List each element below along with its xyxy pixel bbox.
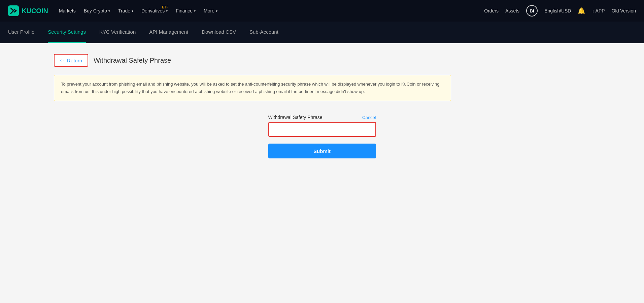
derivatives-chevron: ▾ xyxy=(166,9,168,13)
form-field-wrapper: Withdrawal Safety Phrase Cancel xyxy=(268,115,376,137)
subnav-security-settings[interactable]: Security Settings xyxy=(48,22,86,43)
arrow-left-icon: ⇦ xyxy=(60,57,64,63)
nav-markets[interactable]: Markets xyxy=(59,8,76,13)
user-avatar[interactable]: BI xyxy=(526,5,538,17)
cancel-link[interactable]: Cancel xyxy=(362,115,376,120)
kucoin-logo-icon xyxy=(8,5,19,16)
nav-left: KUCOIN Markets Buy Crypto ▾ Trade ▾ ETF … xyxy=(8,5,217,16)
nav-app[interactable]: ↓ APP xyxy=(592,8,605,13)
nav-right: Orders Assets BI English/USD 🔔 ↓ APP Old… xyxy=(484,5,636,17)
nav-assets[interactable]: Assets xyxy=(505,8,519,13)
submit-button[interactable]: Submit xyxy=(268,144,376,158)
form-area: Withdrawal Safety Phrase Cancel Submit xyxy=(54,115,590,158)
nav-trade[interactable]: Trade ▾ xyxy=(118,8,133,13)
notice-box: To prevent your account from phishing em… xyxy=(54,75,451,101)
finance-chevron: ▾ xyxy=(194,9,196,13)
trade-chevron: ▾ xyxy=(132,9,133,13)
nav-old-version[interactable]: Old Version xyxy=(612,8,636,13)
buy-crypto-chevron: ▾ xyxy=(108,9,110,13)
logo[interactable]: KUCOIN xyxy=(8,5,48,16)
withdrawal-safety-phrase-input[interactable] xyxy=(268,122,376,137)
nav-items: Markets Buy Crypto ▾ Trade ▾ ETF Derivat… xyxy=(59,8,217,13)
subnav-download-csv[interactable]: Download CSV xyxy=(202,22,236,43)
subnav-user-profile[interactable]: User Profile xyxy=(8,22,34,43)
nav-finance[interactable]: Finance ▾ xyxy=(176,8,196,13)
logo-text: KUCOIN xyxy=(22,7,48,15)
return-section: ⇦ Return Withdrawal Safety Phrase xyxy=(54,54,590,67)
sub-navigation: User Profile Security Settings KYC Verif… xyxy=(0,22,644,43)
subnav-sub-account[interactable]: Sub-Account xyxy=(249,22,278,43)
more-chevron: ▾ xyxy=(216,9,217,13)
main-content: ⇦ Return Withdrawal Safety Phrase To pre… xyxy=(0,43,644,303)
nav-derivatives[interactable]: ETF Derivatives ▾ xyxy=(141,8,168,13)
form-label-row: Withdrawal Safety Phrase Cancel xyxy=(268,115,376,120)
form-label: Withdrawal Safety Phrase xyxy=(268,115,323,120)
notification-bell-icon[interactable]: 🔔 xyxy=(578,7,585,14)
notice-text: To prevent your account from phishing em… xyxy=(61,81,444,95)
nav-locale[interactable]: English/USD xyxy=(544,8,571,13)
subnav-api-management[interactable]: API Management xyxy=(149,22,188,43)
return-label: Return xyxy=(67,58,82,63)
subnav-kyc-verification[interactable]: KYC Verification xyxy=(99,22,136,43)
nav-more[interactable]: More ▾ xyxy=(204,8,217,13)
top-navigation: KUCOIN Markets Buy Crypto ▾ Trade ▾ ETF … xyxy=(0,0,644,22)
nav-orders[interactable]: Orders xyxy=(484,8,499,13)
return-button[interactable]: ⇦ Return xyxy=(54,54,88,67)
page-title: Withdrawal Safety Phrase xyxy=(94,57,171,64)
nav-buy-crypto[interactable]: Buy Crypto ▾ xyxy=(84,8,110,13)
etf-badge: ETF xyxy=(162,5,168,9)
sub-nav-items: User Profile Security Settings KYC Verif… xyxy=(8,22,278,43)
